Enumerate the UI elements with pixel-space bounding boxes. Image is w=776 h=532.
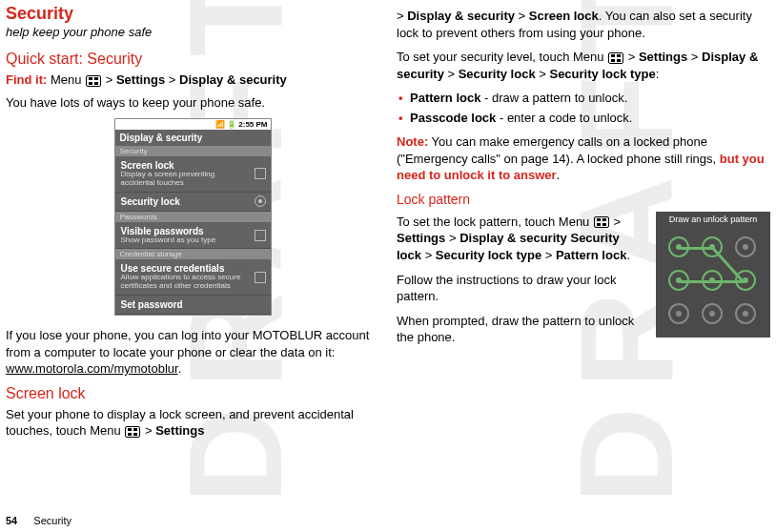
screen-lock-paragraph: Set your phone to display a lock screen,… <box>6 406 379 440</box>
page-title: Security <box>6 4 379 24</box>
right-column: > Display & security > Screen lock. You … <box>397 4 770 447</box>
row-sub: Allow applications to access secure cert… <box>121 274 250 291</box>
checkbox-icon[interactable] <box>255 168 266 179</box>
left-column: Security help keep your phone safe Quick… <box>6 4 379 447</box>
row-set-password[interactable]: Set password <box>115 296 271 315</box>
screen-header: Display & security <box>115 130 271 146</box>
find-it-label: Find it: <box>6 72 47 87</box>
row-title: Set password <box>121 299 250 310</box>
lost-phone-text: If you lose your phone, you can log into… <box>6 327 379 378</box>
screen-lock-heading: Screen lock <box>6 385 379 402</box>
note-label: Note: <box>397 134 428 149</box>
disclosure-icon[interactable] <box>255 195 266 207</box>
checkbox-icon[interactable] <box>255 272 266 283</box>
find-it-line: Find it: Menu > Settings > Display & sec… <box>6 72 379 89</box>
row-use-secure-credentials[interactable]: Use secure credentials Allow application… <box>115 259 271 296</box>
menu-icon <box>125 426 140 438</box>
section-security: Security <box>115 146 271 156</box>
menu-icon <box>594 216 609 228</box>
lp-settings: Settings <box>397 231 445 245</box>
lock-pattern-heading: Lock pattern <box>397 192 770 207</box>
set-level-security-lock: Security lock <box>459 67 536 81</box>
pattern-title: Draw an unlock pattern <box>656 212 770 230</box>
row-sub: Display a screen preventing accidental t… <box>121 171 250 188</box>
set-level-security-lock-type: Security lock type <box>549 67 655 81</box>
lost-phone-body: If you lose your phone, you can log into… <box>6 328 369 359</box>
page-footer: 54 Security <box>6 515 71 526</box>
screen-lock-b: Settings <box>155 423 204 438</box>
pattern-dot[interactable] <box>668 236 689 257</box>
pattern-dot[interactable] <box>702 236 723 257</box>
row-security-lock[interactable]: Security lock <box>115 193 271 212</box>
pattern-dot[interactable] <box>702 303 723 324</box>
lp-a: To set the lock pattern, touch Menu <box>397 215 589 229</box>
lp-security-lock-type: Security lock type <box>436 248 541 262</box>
status-bar: 📶 🔋 2:55 PM <box>115 119 271 130</box>
lp-pattern-lock: Pattern lock <box>556 248 626 262</box>
note-paragraph: Note: You can make emergency calls on a … <box>397 133 770 184</box>
pattern-dot[interactable] <box>735 303 756 324</box>
checkbox-icon[interactable] <box>255 230 266 241</box>
find-it-path-display-security: Display & security <box>179 72 287 87</box>
pattern-dot[interactable] <box>702 270 723 291</box>
note-body: You can make emergency calls on a locked… <box>397 134 720 166</box>
bullet-pattern-text: - draw a pattern to unlock. <box>480 91 627 105</box>
pattern-dot[interactable] <box>668 270 689 291</box>
intro-text: You have lots of ways to keep your phone… <box>6 94 379 112</box>
menu-icon <box>86 75 101 87</box>
section-credential-storage: Credential storage <box>115 249 271 259</box>
quick-start-heading: Quick start: Security <box>6 51 379 68</box>
bullet-pattern-label: Pattern lock <box>410 91 480 105</box>
lock-options-list: Pattern lock - draw a pattern to unlock.… <box>397 90 770 126</box>
footer-section: Security <box>33 515 71 526</box>
page-number: 54 <box>6 515 17 526</box>
mymotoblur-link[interactable]: www.motorola.com/mymotoblur <box>6 361 178 376</box>
find-it-path-settings: Settings <box>116 72 165 87</box>
cont-display-security: Display & security <box>407 9 515 23</box>
row-screen-lock[interactable]: Screen lock Display a screen preventing … <box>115 156 271 193</box>
pattern-screenshot: Draw an unlock pattern <box>656 212 770 338</box>
set-level-settings: Settings <box>639 50 687 64</box>
pattern-dot[interactable] <box>735 270 756 291</box>
tagline: help keep your phone safe <box>6 25 379 39</box>
list-item: Passcode lock - enter a code to unlock. <box>397 110 770 127</box>
cont-screen-lock: Screen lock <box>529 9 599 23</box>
row-visible-passwords[interactable]: Visible passwords Show password as you t… <box>115 222 271 250</box>
find-it-menu-word: Menu <box>51 72 82 87</box>
set-level-line: To set your security level, touch Menu >… <box>397 49 770 82</box>
list-item: Pattern lock - draw a pattern to unlock. <box>397 90 770 107</box>
phone-screenshot: 📶 🔋 2:55 PM Display & security Security … <box>114 118 272 316</box>
row-title: Security lock <box>121 196 250 207</box>
pattern-grid[interactable] <box>662 230 765 325</box>
status-time: 2:55 PM <box>238 120 267 129</box>
section-passwords: Passwords <box>115 212 271 222</box>
cont-line: > Display & security > Screen lock. You … <box>397 8 770 41</box>
pattern-dot[interactable] <box>668 303 689 324</box>
set-level-a: To set your security level, touch Menu <box>397 50 604 64</box>
row-sub: Show password as you type <box>121 236 250 245</box>
bullet-passcode-text: - enter a code to unlock. <box>496 111 632 125</box>
bullet-passcode-label: Passcode lock <box>410 111 496 125</box>
lp-display-security: Display & security <box>459 231 567 245</box>
menu-icon <box>608 52 623 64</box>
pattern-dot[interactable] <box>735 236 756 257</box>
